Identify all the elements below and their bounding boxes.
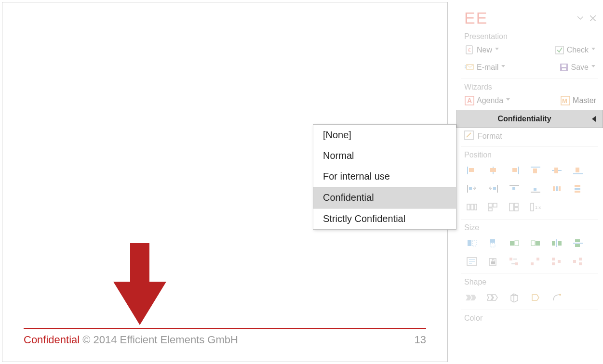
- svg-rect-60: [556, 239, 557, 247]
- same-height-icon[interactable]: [483, 235, 503, 251]
- lock-size-icon[interactable]: [483, 253, 503, 270]
- svg-rect-4: [465, 65, 466, 66]
- position-tools: 1:x: [456, 160, 603, 217]
- svg-rect-72: [552, 258, 555, 260]
- svg-rect-58: [536, 241, 540, 246]
- svg-text:1:x: 1:x: [535, 205, 541, 210]
- new-document-icon: €: [464, 45, 475, 55]
- master-label: Master: [573, 96, 596, 105]
- svg-rect-27: [469, 187, 472, 190]
- confidentiality-option-none[interactable]: [None]: [313, 125, 456, 145]
- save-icon: [559, 63, 569, 72]
- fit-to-slide-icon[interactable]: [462, 253, 482, 270]
- svg-rect-30: [509, 185, 519, 186]
- stretch-left-icon[interactable]: [505, 235, 524, 251]
- align-top-icon[interactable]: [526, 162, 545, 179]
- dropdown-caret-icon: [495, 48, 500, 52]
- svg-rect-46: [509, 203, 513, 211]
- confidentiality-option-confidential[interactable]: Confidential: [313, 187, 456, 208]
- submenu-caret-left-icon: [592, 116, 596, 122]
- agenda-label: Agenda: [477, 96, 503, 105]
- swap-3-icon[interactable]: [547, 253, 566, 270]
- svg-rect-48: [514, 208, 518, 211]
- arrange-1-icon[interactable]: [462, 199, 482, 215]
- svg-rect-56: [515, 241, 519, 246]
- connector-icon[interactable]: [547, 289, 566, 306]
- confidentiality-option-internal[interactable]: For internal use: [313, 166, 456, 187]
- svg-rect-15: [469, 168, 474, 172]
- arrange-3-icon[interactable]: [505, 199, 524, 215]
- svg-rect-8: [562, 68, 566, 70]
- align-left-icon[interactable]: [462, 162, 482, 179]
- chevron-process-icon[interactable]: [462, 289, 482, 306]
- master-m-icon: M: [560, 96, 571, 105]
- swap-2-icon[interactable]: [526, 253, 545, 270]
- new-label: New: [477, 46, 492, 54]
- footer-copyright: © 2014 Efficient Elements GmbH: [82, 334, 238, 346]
- svg-rect-62: [575, 239, 580, 242]
- master-button[interactable]: M Master: [558, 93, 598, 108]
- section-position-label: Position: [456, 149, 603, 160]
- svg-rect-17: [490, 168, 496, 172]
- confidentiality-option-normal[interactable]: Normal: [313, 145, 456, 166]
- arrange-2-icon[interactable]: [483, 199, 503, 215]
- swap-4-icon[interactable]: [568, 253, 588, 270]
- stretch-bottom-icon[interactable]: [568, 235, 588, 251]
- stretch-right-icon[interactable]: [526, 235, 545, 251]
- new-button[interactable]: € New: [462, 43, 502, 57]
- svg-rect-45: [488, 208, 492, 211]
- down-arrow-graphic: [113, 243, 166, 327]
- svg-rect-38: [575, 188, 580, 190]
- email-button[interactable]: E-mail: [462, 60, 508, 75]
- svg-rect-21: [533, 169, 537, 173]
- dock-left-icon[interactable]: [462, 181, 482, 197]
- dock-right-icon[interactable]: [483, 181, 503, 197]
- ee-logo: EE: [464, 9, 488, 27]
- save-button[interactable]: Save: [557, 60, 598, 75]
- svg-rect-47: [514, 203, 518, 207]
- dock-bottom-icon[interactable]: [526, 181, 545, 197]
- svg-rect-42: [475, 204, 477, 210]
- svg-rect-69: [515, 262, 518, 265]
- dock-top-icon[interactable]: [505, 181, 524, 197]
- pane-menu-caret-icon[interactable]: [576, 14, 585, 23]
- 3d-box-icon[interactable]: [505, 289, 524, 306]
- chevron-outline-icon[interactable]: [483, 289, 503, 306]
- align-center-v-icon[interactable]: [547, 162, 566, 179]
- swap-1-icon[interactable]: [505, 253, 524, 270]
- svg-rect-61: [558, 241, 562, 246]
- check-button[interactable]: Check: [552, 43, 598, 57]
- flip-shape-icon[interactable]: [526, 289, 545, 306]
- distribute-h-icon[interactable]: [547, 181, 566, 197]
- svg-rect-73: [552, 262, 555, 265]
- agenda-button[interactable]: A Agenda: [462, 93, 513, 108]
- svg-rect-57: [531, 241, 535, 246]
- confidentiality-button[interactable]: Confidentiality: [456, 110, 603, 128]
- golden-ratio-icon[interactable]: 1:x: [526, 199, 545, 215]
- pane-close-icon[interactable]: [589, 14, 597, 23]
- checkbox-icon: [554, 45, 565, 55]
- svg-rect-23: [554, 168, 558, 173]
- size-tools: [456, 233, 603, 272]
- confidentiality-option-strict[interactable]: Strictly Confidential: [313, 208, 456, 229]
- same-width-icon[interactable]: [462, 235, 482, 251]
- svg-rect-24: [573, 173, 583, 174]
- align-bottom-icon[interactable]: [568, 162, 588, 179]
- slide-footer: Confidential © 2014 Efficient Elements G…: [24, 328, 426, 346]
- svg-rect-7: [562, 65, 566, 67]
- pane-header: EE: [456, 0, 603, 30]
- stretch-top-icon[interactable]: [547, 235, 566, 251]
- format-button[interactable]: Format: [456, 128, 603, 144]
- distribute-v-icon[interactable]: [568, 181, 588, 197]
- section-shape-label: Shape: [456, 276, 603, 287]
- svg-rect-74: [558, 260, 561, 263]
- agenda-a-icon: A: [464, 96, 475, 105]
- align-center-h-icon[interactable]: [483, 162, 503, 179]
- svg-rect-51: [468, 240, 471, 246]
- svg-rect-41: [471, 204, 474, 210]
- align-right-icon[interactable]: [505, 162, 524, 179]
- section-presentation-label: Presentation: [456, 30, 603, 42]
- dropdown-caret-icon: [506, 98, 511, 103]
- section-color-label: Color: [456, 312, 603, 324]
- svg-rect-31: [512, 187, 515, 190]
